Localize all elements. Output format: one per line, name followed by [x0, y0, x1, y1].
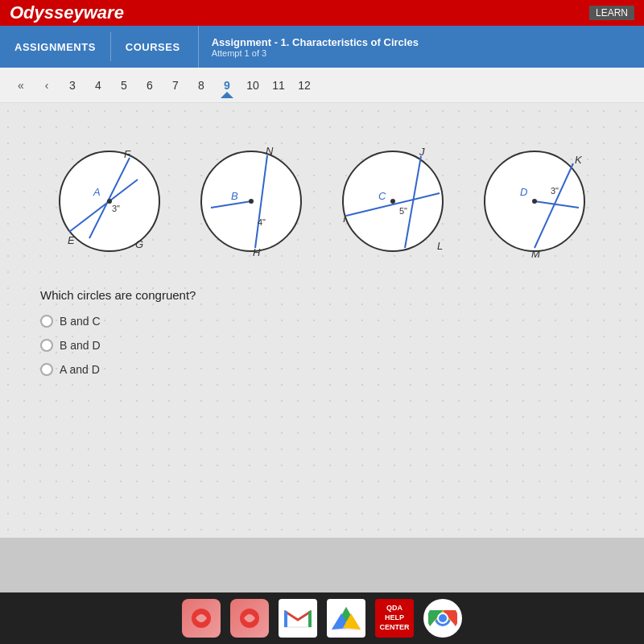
- page-11[interactable]: 11: [267, 74, 290, 97]
- svg-point-12: [249, 199, 254, 204]
- nav-bar: ASSIGNMENTS COURSES Assignment - 1. Char…: [0, 26, 644, 68]
- option-b-and-d[interactable]: B and D: [40, 339, 604, 352]
- svg-point-20: [390, 199, 395, 204]
- svg-text:A: A: [93, 186, 101, 198]
- option-b-and-c[interactable]: B and C: [40, 315, 604, 328]
- circle-c-diagram: J C 5" I L: [328, 135, 457, 264]
- learn-button[interactable]: LEARN: [589, 6, 634, 20]
- assignment-label: Assignment: [212, 36, 271, 48]
- svg-text:E: E: [68, 234, 75, 246]
- question-text: Which circles are congruent?: [40, 288, 604, 302]
- option-b-and-c-label: B and C: [60, 315, 101, 328]
- svg-text:H: H: [253, 246, 261, 258]
- page-9[interactable]: 9: [216, 74, 238, 97]
- option-b-and-d-label: B and D: [60, 339, 101, 352]
- radio-b-and-d[interactable]: [40, 339, 53, 352]
- pagination-bar: « ‹ 3 4 5 6 7 8 9 10 11 12: [0, 68, 644, 103]
- page-4[interactable]: 4: [87, 74, 109, 97]
- circle-b-diagram: N B 4" H: [187, 135, 316, 264]
- assignments-nav[interactable]: ASSIGNMENTS: [0, 26, 110, 68]
- page-10[interactable]: 10: [242, 74, 264, 97]
- circle-a-diagram: F A 3" E G: [45, 135, 174, 264]
- svg-text:K: K: [575, 154, 583, 166]
- svg-point-46: [439, 614, 447, 622]
- main-content: F A 3" E G N B 4" H J C: [0, 103, 644, 538]
- taskbar: QDAHELPCENTER: [0, 592, 644, 644]
- taskbar-photos-icon[interactable]: [182, 599, 221, 638]
- svg-text:5": 5": [399, 206, 407, 216]
- assignment-info: Assignment - 1. Characteristics of Circl…: [198, 26, 431, 68]
- radio-a-and-d[interactable]: [40, 363, 53, 376]
- page-7[interactable]: 7: [164, 74, 187, 97]
- assignment-name: - 1. Characteristics of Circles: [275, 36, 419, 48]
- svg-text:4": 4": [258, 217, 266, 227]
- option-a-and-d[interactable]: A and D: [40, 363, 604, 376]
- svg-text:3": 3": [551, 186, 559, 196]
- svg-text:L: L: [437, 240, 443, 252]
- svg-text:M: M: [531, 248, 540, 260]
- option-a-and-d-label: A and D: [60, 363, 100, 376]
- svg-text:C: C: [378, 190, 386, 202]
- courses-nav[interactable]: COURSES: [111, 26, 195, 68]
- taskbar-gmail-icon[interactable]: [279, 599, 317, 638]
- svg-text:D: D: [520, 186, 527, 198]
- svg-rect-37: [284, 611, 287, 627]
- brand-title: Odysseyware: [10, 2, 124, 23]
- svg-text:F: F: [124, 148, 131, 160]
- circles-diagram: F A 3" E G N B 4" H J C: [24, 135, 620, 264]
- attempt-label: Attempt 1 of 3: [212, 48, 419, 58]
- svg-text:3": 3": [112, 204, 120, 213]
- taskbar-photos2-icon[interactable]: [230, 599, 269, 638]
- question-section: Which circles are congruent? B and C B a…: [24, 288, 620, 376]
- page-8[interactable]: 8: [190, 74, 213, 97]
- left-btn[interactable]: ‹: [35, 74, 58, 97]
- taskbar-drive-icon[interactable]: [327, 599, 365, 638]
- circle-d-diagram: K D 3" M: [470, 135, 599, 264]
- taskbar-qda-icon[interactable]: QDAHELPCENTER: [375, 599, 414, 638]
- page-6[interactable]: 6: [138, 74, 161, 97]
- page-3[interactable]: 3: [61, 74, 84, 97]
- assignment-title: Assignment - 1. Characteristics of Circl…: [212, 36, 419, 48]
- taskbar-chrome-icon[interactable]: [423, 599, 462, 638]
- svg-text:G: G: [135, 238, 143, 250]
- svg-text:J: J: [419, 146, 425, 158]
- page-5[interactable]: 5: [113, 74, 135, 97]
- svg-point-29: [532, 199, 537, 204]
- svg-text:N: N: [266, 145, 274, 157]
- radio-b-and-c[interactable]: [40, 315, 53, 328]
- double-left-btn[interactable]: «: [10, 74, 32, 97]
- svg-text:I: I: [343, 213, 346, 225]
- top-bar: Odysseyware LEARN: [0, 0, 644, 26]
- svg-text:B: B: [231, 190, 238, 202]
- svg-rect-38: [308, 611, 312, 627]
- page-12[interactable]: 12: [293, 74, 316, 97]
